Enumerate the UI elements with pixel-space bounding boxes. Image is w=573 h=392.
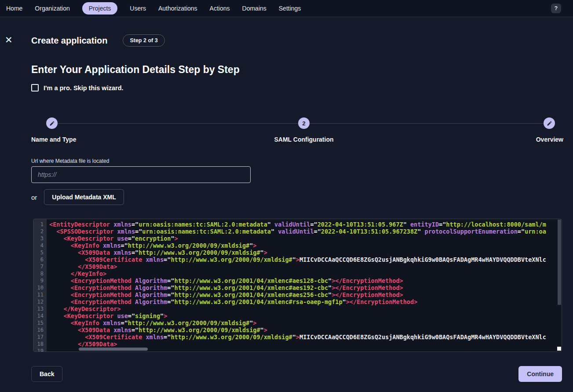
code-line[interactable]: <EncryptionMethod Algorithm="http://www.… [49,284,562,291]
editor-vertical-scrollbar[interactable] [558,220,561,305]
code-line[interactable]: <KeyInfo xmlns="http://www.w3.org/2000/0… [49,242,562,249]
step-badge: Step 2 of 3 [123,34,164,47]
line-number: 15 [33,319,44,326]
skip-wizard-row[interactable]: I'm a pro. Skip this wizard. [31,84,124,92]
code-line[interactable]: <KeyDescriptor use="encryption"> [49,235,562,242]
line-number: 14 [33,312,44,319]
nav-item-projects[interactable]: Projects [82,2,118,15]
step-2-label: SAML Configuration [274,136,333,143]
editor-code-area[interactable]: <EntityDescriptor xmlns="urn:oasis:names… [47,219,562,352]
nav-item-settings[interactable]: Settings [279,5,301,12]
nav-item-organization[interactable]: Organization [35,5,69,12]
code-line[interactable]: </KeyDescriptor> [49,305,562,312]
editor-horizontal-scrollbar[interactable] [79,348,148,351]
step-1-indicator[interactable] [46,117,58,129]
edit-pencil-icon [547,121,552,126]
nav-items: HomeOrganizationProjectsUsersAuthorizati… [6,2,301,15]
top-nav: HomeOrganizationProjectsUsersAuthorizati… [0,0,573,17]
code-line[interactable]: <SPSSODescriptor xmlns="urn:oasis:names:… [49,228,562,235]
nav-item-authorizations[interactable]: Authorizations [158,5,197,12]
step-2-number: 2 [302,120,306,127]
nav-item-actions[interactable]: Actions [210,5,230,12]
code-line[interactable]: </KeyInfo> [49,270,562,277]
line-number: 6 [33,256,44,263]
skip-wizard-checkbox[interactable] [31,84,39,92]
line-number: 1 [33,221,44,228]
editor-scroll-corner [557,347,561,351]
help-button[interactable]: ? [551,4,561,13]
line-number: 3 [33,235,44,242]
code-line[interactable]: <X509Certificate xmlns="http://www.w3.or… [49,333,562,341]
code-line[interactable]: <EncryptionMethod Algorithm="http://www.… [49,291,562,298]
metadata-url-input[interactable] [31,166,251,183]
line-number: 8 [33,270,44,277]
or-row: or Upload Metadata XML [31,189,124,205]
step-2-indicator[interactable]: 2 [298,117,310,129]
line-number: 12 [33,298,44,305]
wizard-stepper: 2 Name and Type SAML Configuration Overv… [31,117,563,144]
continue-button[interactable]: Continue [518,366,562,382]
step-3-label: Overview [536,136,563,143]
code-line[interactable]: <KeyInfo xmlns="http://www.w3.org/2000/0… [49,319,562,326]
saml-metadata-editor[interactable]: 12345678910111213141516171819 <EntityDes… [33,219,562,352]
code-line[interactable]: <KeyDescriptor use="signing"> [49,312,562,319]
code-line[interactable]: <EntityDescriptor xmlns="urn:oasis:names… [49,221,562,228]
edit-pencil-icon [49,121,55,126]
step-3-indicator[interactable] [544,117,555,129]
skip-wizard-label: I'm a pro. Skip this wizard. [44,84,124,92]
code-line[interactable]: <X509Certificate xmlns="http://www.w3.or… [49,256,562,263]
wizard-title: Create application [31,36,107,46]
upload-metadata-button[interactable]: Upload Metadata XML [44,189,124,205]
line-number: 9 [33,277,44,284]
nav-item-domains[interactable]: Domains [242,5,266,12]
code-line[interactable]: <X509Data xmlns="http://www.w3.org/2000/… [49,326,562,333]
or-label: or [31,194,37,201]
code-line[interactable]: <EncryptionMethod Algorithm="http://www.… [49,277,562,284]
nav-item-users[interactable]: Users [130,5,146,12]
step-1-label: Name and Type [31,136,76,143]
editor-line-numbers: 12345678910111213141516171819 [33,219,47,352]
line-number: 2 [33,228,44,235]
metadata-url-label: Url where Metadata file is located [31,158,109,164]
line-number: 13 [33,305,44,312]
page-heading: Enter Your Application Details Step by S… [31,64,240,76]
nav-item-home[interactable]: Home [6,5,22,12]
line-number: 10 [33,284,44,291]
line-number: 16 [33,326,44,333]
line-number: 17 [33,333,44,341]
code-line[interactable]: <X509Data xmlns="http://www.w3.org/2000/… [49,249,562,256]
line-number: 19 [33,348,44,352]
line-number: 18 [33,341,44,348]
wizard-header: Create application Step 2 of 3 [31,34,165,47]
close-icon[interactable]: ✕ [5,35,13,44]
code-line[interactable]: </X509Data> [49,341,562,348]
line-number: 7 [33,263,44,270]
line-number: 4 [33,242,44,249]
back-button[interactable]: Back [31,366,62,382]
code-line[interactable]: <EncryptionMethod Algorithm="http://www.… [49,298,562,305]
line-number: 5 [33,249,44,256]
line-number: 11 [33,291,44,298]
code-line[interactable]: </X509Data> [49,263,562,270]
